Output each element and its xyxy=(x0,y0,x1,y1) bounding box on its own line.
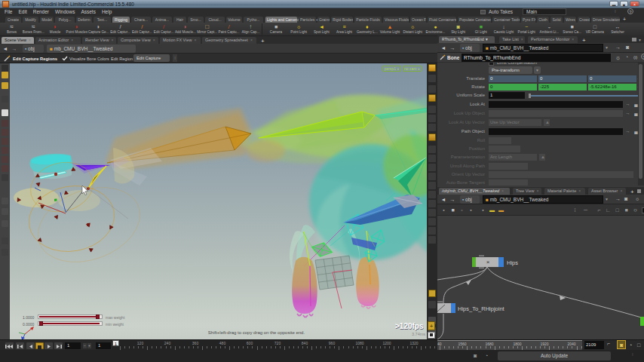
svg-text:Hips_To_RHipjoint: Hips_To_RHipjoint xyxy=(458,305,505,312)
svg-text:Hips: Hips xyxy=(507,259,518,266)
svg-text:×: × xyxy=(486,259,490,265)
